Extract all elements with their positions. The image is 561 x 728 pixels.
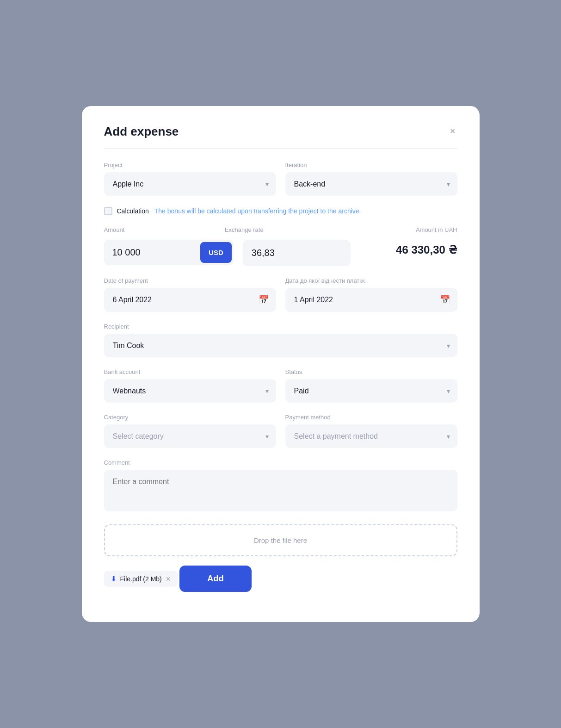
amount-inputs-row: USD 46 330,30 ₴ [104, 240, 457, 266]
bank-account-field: Bank account Webnauts ▾ [104, 368, 276, 403]
bank-account-select-wrapper: Webnauts ▾ [104, 379, 276, 403]
status-field: Status Paid ▾ [285, 368, 457, 403]
payment-date-field: Date of payment 📅 [104, 277, 276, 312]
calculation-checkbox[interactable] [104, 207, 112, 215]
iteration-label: Iteration [285, 162, 457, 168]
modal-title: Add expense [104, 124, 179, 139]
relate-date-input[interactable] [285, 288, 457, 312]
payment-method-select[interactable]: Select a payment method [285, 424, 457, 448]
amount-labels-row: Amount Exchange rate Amount in UAH [104, 226, 457, 237]
category-payment-row: Category Select category ▾ Payment metho… [104, 414, 457, 448]
payment-date-wrapper: 📅 [104, 288, 276, 312]
payment-method-select-wrapper: Select a payment method ▾ [285, 424, 457, 448]
uah-label: Amount in UAH [345, 226, 457, 233]
iteration-select[interactable]: Back-end [285, 172, 457, 196]
calculation-label: Calculation [117, 207, 149, 215]
recipient-section: Recipient Tim Cook ▾ [104, 323, 457, 357]
amount-input-wrapper: USD [104, 240, 234, 265]
comment-section: Comment [104, 459, 457, 513]
recipient-select-wrapper: Tim Cook ▾ [104, 334, 457, 357]
relate-date-label: Дата до якої віднести платіж [285, 277, 457, 284]
exchange-label: Exchange rate [225, 226, 336, 237]
recipient-label: Recipient [104, 323, 457, 330]
file-remove-button[interactable]: ✕ [166, 576, 171, 582]
status-select[interactable]: Paid [285, 379, 457, 403]
relate-date-field: Дата до якої віднести платіж 📅 [285, 277, 457, 312]
category-label: Category [104, 414, 276, 421]
bank-account-label: Bank account [104, 368, 276, 375]
file-badge: ⬇ File.pdf (2 Mb) ✕ [104, 571, 178, 587]
uah-amount-value: 46 330,30 ₴ [360, 240, 457, 256]
project-field: Project Apple Inc ▾ [104, 162, 276, 196]
uah-label-container: Amount in UAH [345, 226, 457, 237]
bank-account-select[interactable]: Webnauts [104, 379, 276, 403]
bank-status-row: Bank account Webnauts ▾ Status Paid ▾ [104, 368, 457, 403]
dates-row: Date of payment 📅 Дата до якої віднести … [104, 277, 457, 312]
iteration-field: Iteration Back-end ▾ [285, 162, 457, 196]
file-name: File.pdf (2 Mb) [120, 575, 162, 583]
amount-section: Amount Exchange rate Amount in UAH USD [104, 226, 457, 266]
status-select-wrapper: Paid ▾ [285, 379, 457, 403]
file-download-icon: ⬇ [111, 574, 117, 583]
status-label: Status [285, 368, 457, 375]
file-dropzone[interactable]: Drop the file here [104, 524, 457, 556]
category-field: Category Select category ▾ [104, 414, 276, 448]
payment-date-input[interactable] [104, 288, 276, 312]
close-button[interactable]: × [448, 124, 457, 137]
category-select[interactable]: Select category [104, 424, 276, 448]
relate-date-wrapper: 📅 [285, 288, 457, 312]
add-button[interactable]: Add [179, 566, 252, 592]
recipient-select[interactable]: Tim Cook [104, 334, 457, 357]
calculation-row: Calculation The bonus will be calculated… [104, 207, 457, 215]
project-iteration-row: Project Apple Inc ▾ Iteration Back-end ▾ [104, 162, 457, 196]
category-select-wrapper: Select category ▾ [104, 424, 276, 448]
amount-input-col: USD [104, 240, 234, 265]
payment-method-field: Payment method Select a payment method ▾ [285, 414, 457, 448]
amount-input[interactable] [104, 240, 199, 265]
amount-label: Amount [104, 226, 216, 237]
header-divider [104, 148, 457, 149]
comment-label: Comment [104, 459, 457, 466]
project-label: Project [104, 162, 276, 168]
project-select-wrapper: Apple Inc ▾ [104, 172, 276, 196]
uah-amount-col: 46 330,30 ₴ [360, 240, 457, 256]
dropzone-text: Drop the file here [254, 536, 307, 544]
project-select[interactable]: Apple Inc [104, 172, 276, 196]
payment-method-label: Payment method [285, 414, 457, 421]
comment-textarea[interactable] [104, 470, 457, 511]
currency-button[interactable]: USD [200, 242, 232, 263]
exchange-input-col [243, 240, 351, 266]
payment-date-label: Date of payment [104, 277, 276, 284]
exchange-rate-input[interactable] [243, 240, 351, 266]
iteration-select-wrapper: Back-end ▾ [285, 172, 457, 196]
calculation-description: The bonus will be calculated upon transf… [154, 207, 361, 215]
